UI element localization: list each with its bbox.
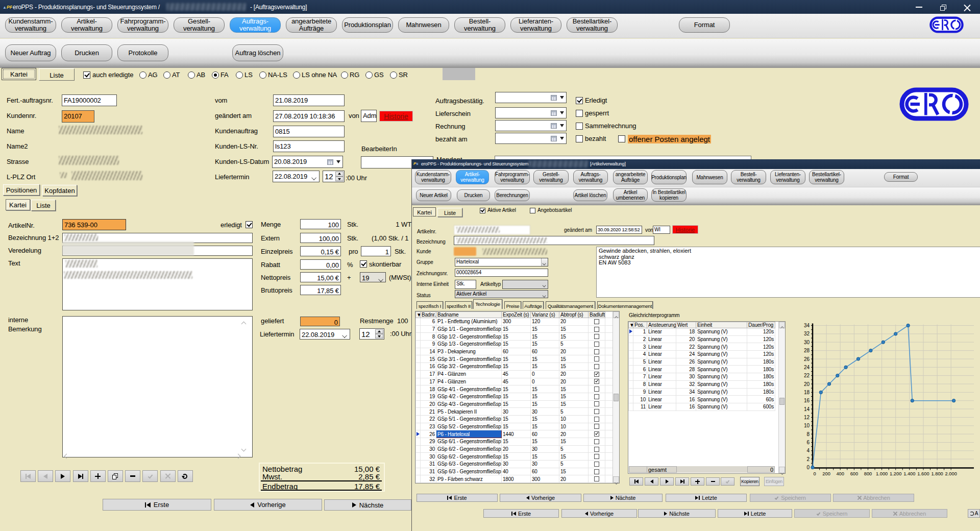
svg-text:400: 400	[836, 471, 844, 476]
svg-text:8: 8	[806, 431, 810, 437]
svg-text:2.000: 2.000	[945, 471, 957, 476]
svg-text:26: 26	[804, 356, 810, 362]
svg-text:1.000: 1.000	[876, 471, 888, 476]
svg-text:800: 800	[864, 471, 872, 476]
svg-text:22: 22	[804, 373, 810, 378]
svg-text:1.600: 1.600	[917, 471, 929, 476]
svg-text:12: 12	[804, 415, 810, 420]
svg-text:600: 600	[850, 471, 859, 476]
svg-text:28: 28	[804, 348, 810, 353]
svg-text:30: 30	[804, 340, 810, 345]
svg-text:24: 24	[804, 365, 810, 370]
svg-text:0: 0	[806, 465, 810, 470]
svg-text:14: 14	[804, 406, 810, 412]
svg-text:1.800: 1.800	[931, 471, 943, 476]
svg-text:2: 2	[806, 456, 810, 462]
svg-text:4: 4	[806, 448, 810, 453]
svg-text:20: 20	[804, 381, 810, 387]
svg-text:16: 16	[804, 398, 810, 403]
svg-text:200: 200	[822, 471, 830, 476]
svg-text:10: 10	[804, 423, 810, 428]
svg-text:1.200: 1.200	[890, 471, 901, 476]
svg-text:0: 0	[813, 471, 816, 476]
svg-text:34: 34	[804, 323, 810, 328]
svg-text:6: 6	[806, 440, 810, 445]
svg-text:18: 18	[804, 390, 810, 395]
svg-text:32: 32	[804, 331, 810, 336]
svg-text:1.400: 1.400	[903, 471, 915, 476]
